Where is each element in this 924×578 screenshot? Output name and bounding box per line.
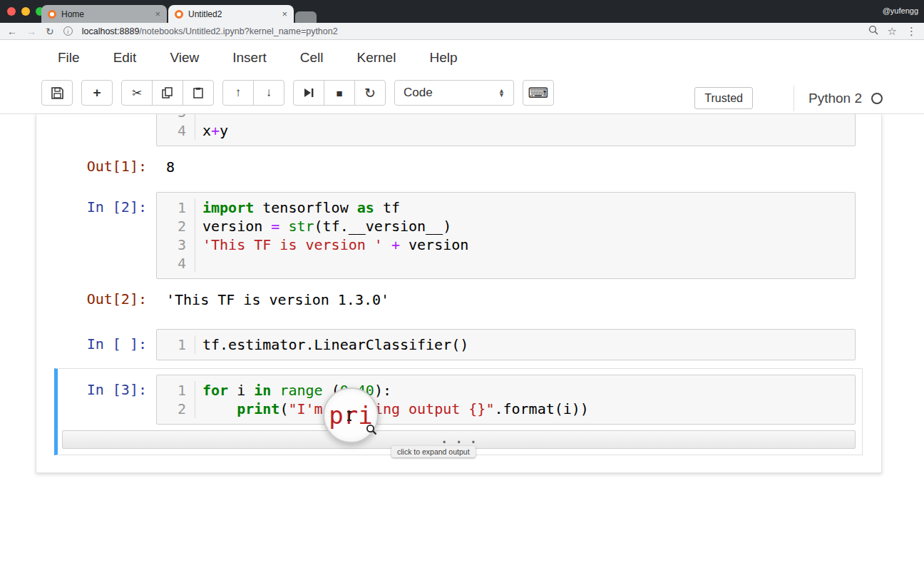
- browser-urlbar: ← → ↻ i localhost:8889/notebooks/Untitle…: [0, 23, 924, 40]
- zoom-indicator-icon[interactable]: [868, 25, 878, 38]
- stop-icon: ■: [336, 87, 342, 99]
- copy-icon: [162, 87, 173, 98]
- menu-help[interactable]: Help: [429, 50, 457, 66]
- dropdown-arrows-icon: ▲▼: [498, 88, 505, 97]
- jupyter-favicon-icon: [175, 10, 183, 19]
- url-host: localhost:8889: [82, 26, 140, 36]
- reload-icon[interactable]: ↻: [46, 26, 54, 36]
- menu-insert[interactable]: Insert: [232, 50, 267, 66]
- output-text: 8: [156, 158, 175, 176]
- output-area: Out[1]: 8: [36, 158, 881, 176]
- address-field[interactable]: localhost:8889/notebooks/Untitled2.ipynb…: [82, 26, 859, 36]
- user-handle: @yufengg: [883, 6, 918, 15]
- code-line: 1for i in range (0,40):: [157, 381, 855, 400]
- command-palette-button[interactable]: ⌨: [523, 80, 554, 106]
- notebook-toolbar: + ✂ ↑ ↓ ■ ↻ Code ▲▼ ⌨: [0, 80, 924, 106]
- url-path: /notebooks/Untitled2.ipynb?kernel_name=p…: [139, 26, 337, 36]
- input-prompt: [36, 114, 156, 146]
- cell-type-value: Code: [404, 86, 433, 100]
- code-line: 3'This TF is version ' + version: [157, 235, 855, 254]
- new-tab-button[interactable]: [295, 11, 317, 23]
- cell-in2: In [2]: 1import tensorflow as tf2version…: [36, 192, 881, 279]
- code-editor[interactable]: 1tf.estimator.LinearClassifier(): [156, 329, 856, 360]
- browser-menu-icon[interactable]: ⋮: [906, 26, 917, 36]
- cut-icon: ✂: [132, 86, 142, 101]
- line-number: 1: [157, 198, 195, 217]
- restart-kernel-button[interactable]: ↻: [354, 80, 386, 106]
- arrow-down-icon: ↓: [266, 86, 272, 100]
- cell-type-dropdown[interactable]: Code ▲▼: [394, 80, 514, 106]
- kernel-name: Python 2: [808, 91, 862, 106]
- cell-in3-selected[interactable]: In [3]: 1for i in range (0,40):2 print("…: [54, 368, 863, 455]
- code-line: 4: [157, 254, 855, 273]
- copy-cell-button[interactable]: [152, 80, 183, 106]
- back-icon[interactable]: ←: [7, 26, 17, 36]
- input-prompt: In [2]:: [36, 192, 156, 279]
- window-controls: [7, 7, 44, 16]
- save-button[interactable]: [41, 80, 73, 106]
- tab-label: Untitled2: [188, 9, 277, 19]
- output-text: 'This TF is version 1.3.0': [156, 290, 389, 309]
- paste-icon: [192, 87, 204, 98]
- tooltip: click to expand output: [391, 446, 476, 457]
- run-icon: [303, 87, 314, 98]
- input-prompt: In [ ]:: [36, 329, 156, 360]
- output-prompt: Out[2]:: [36, 290, 156, 309]
- trusted-button[interactable]: Trusted: [694, 87, 753, 109]
- menu-kernel[interactable]: Kernel: [356, 50, 396, 66]
- menu-edit[interactable]: Edit: [113, 50, 137, 66]
- tab-close-icon[interactable]: ×: [155, 9, 160, 19]
- jupyter-favicon-icon: [48, 10, 56, 19]
- minimize-window-button[interactable]: [21, 7, 30, 16]
- notebook-container: 34x+y Out[1]: 8 In [2]: 1import tensorfl…: [36, 114, 882, 473]
- move-cell-down-button[interactable]: ↓: [253, 80, 284, 106]
- cell-in-empty: In [ ]: 1tf.estimator.LinearClassifier(): [36, 329, 881, 360]
- line-number: 1: [157, 381, 195, 400]
- kernel-indicator: Python 2: [794, 86, 883, 111]
- menubar: File Edit View Insert Cell Kernel Help: [0, 40, 924, 76]
- tab-untitled2[interactable]: Untitled2 ×: [168, 5, 294, 23]
- tab-close-icon[interactable]: ×: [282, 9, 287, 19]
- menu-file[interactable]: File: [58, 50, 80, 66]
- code-editor[interactable]: 1import tensorflow as tf2version = str(t…: [156, 192, 856, 279]
- browser-titlebar: Home × Untitled2 × @yufengg: [0, 0, 924, 23]
- keyboard-icon: ⌨: [528, 84, 549, 101]
- paste-cell-button[interactable]: [183, 80, 214, 106]
- text-cursor-icon: [349, 411, 350, 421]
- menu-cell[interactable]: Cell: [300, 50, 324, 66]
- kernel-idle-icon: [871, 93, 883, 104]
- output-area: Out[2]: 'This TF is version 1.3.0': [36, 290, 881, 309]
- tab-home[interactable]: Home ×: [41, 5, 167, 23]
- line-number: 2: [157, 217, 195, 235]
- code-line: 2 print("I'm printing output {}".format(…: [157, 400, 855, 418]
- restart-icon: ↻: [364, 85, 376, 101]
- save-icon: [51, 87, 63, 99]
- plus-icon: +: [93, 85, 101, 101]
- menu-view[interactable]: View: [170, 50, 199, 66]
- code-line: 1import tensorflow as tf: [157, 198, 855, 217]
- interrupt-kernel-button[interactable]: ■: [324, 80, 355, 106]
- magnifier-cursor-icon: [366, 424, 377, 438]
- cut-cell-button[interactable]: ✂: [121, 80, 153, 106]
- line-number: 3: [157, 235, 195, 254]
- output-prompt: Out[1]:: [36, 158, 156, 176]
- notebook-header: File Edit View Insert Cell Kernel Help T…: [0, 40, 924, 114]
- code-line: 2version = str(tf.__version__): [157, 217, 855, 235]
- page-info-icon[interactable]: i: [63, 26, 73, 36]
- line-number: 4: [157, 121, 195, 140]
- arrow-up-icon: ↑: [235, 86, 242, 100]
- bookmark-star-icon[interactable]: ☆: [888, 26, 897, 36]
- code-editor[interactable]: 34x+y: [156, 114, 856, 146]
- tab-label: Home: [61, 9, 150, 19]
- input-prompt: In [3]:: [58, 375, 156, 425]
- code-line: 4x+y: [157, 121, 855, 140]
- add-cell-button[interactable]: +: [81, 80, 113, 106]
- cell-in3: In [3]: 1for i in range (0,40):2 print("…: [58, 375, 856, 425]
- run-cell-button[interactable]: [293, 80, 324, 106]
- line-number: 3: [157, 114, 195, 121]
- forward-icon[interactable]: →: [26, 26, 36, 36]
- move-cell-up-button[interactable]: ↑: [222, 80, 254, 106]
- close-window-button[interactable]: [7, 7, 16, 16]
- cell-partial: 34x+y: [36, 114, 881, 146]
- code-editor[interactable]: 1for i in range (0,40):2 print("I'm prin…: [156, 375, 856, 425]
